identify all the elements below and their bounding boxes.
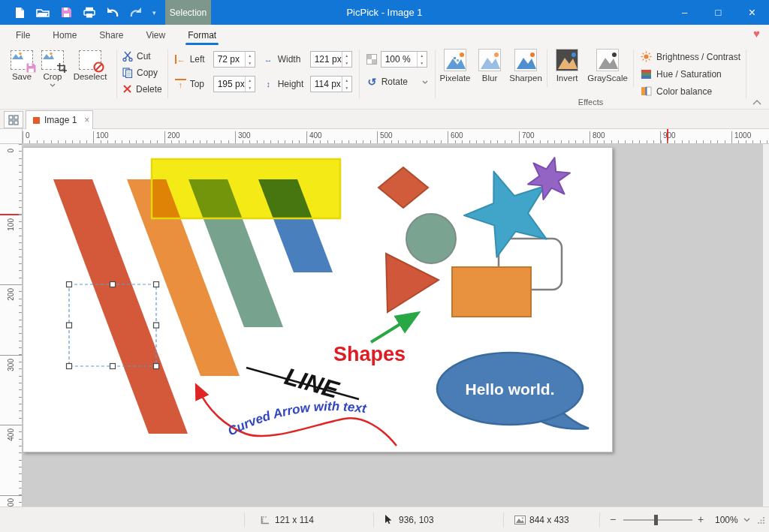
grayscale-button[interactable]: GrayScale — [584, 45, 631, 98]
color-balance-button[interactable]: Color balance — [641, 85, 740, 98]
diamond-shape — [378, 167, 428, 208]
zoom-slider[interactable] — [623, 519, 692, 521]
crop-button[interactable]: Crop — [36, 47, 69, 107]
crop-mark-icon — [57, 63, 67, 73]
selection-handle[interactable] — [67, 282, 72, 287]
effects-group-label: Effects — [438, 98, 743, 109]
tab-format[interactable]: Format — [176, 25, 228, 45]
new-file-icon — [15, 7, 25, 19]
top-label: Top — [190, 79, 210, 89]
tab-home[interactable]: Home — [41, 25, 88, 45]
left-input[interactable]: 72 px ▲▼ — [213, 51, 255, 68]
new-file-button[interactable] — [13, 6, 26, 20]
canvas[interactable]: Shapes LINE Curved Arrow with text Hello… — [23, 147, 613, 452]
sharpen-label: Sharpen — [509, 74, 541, 83]
scale-value: 100 % — [381, 52, 417, 67]
selection-handle[interactable] — [154, 282, 159, 287]
tab-view[interactable]: View — [134, 25, 176, 45]
zoom-level-value[interactable]: 100% — [715, 515, 738, 525]
left-label: Left — [190, 54, 210, 65]
selection-handle[interactable] — [67, 364, 72, 369]
save-file-button[interactable] — [59, 6, 73, 20]
redo-button[interactable] — [129, 6, 143, 20]
tab-file[interactable]: File — [5, 25, 41, 45]
zoom-slider-handle[interactable] — [654, 515, 658, 525]
cursor-position-value: 936, 103 — [399, 515, 434, 525]
width-input[interactable]: 121 px ▲▼ — [310, 51, 352, 68]
image-tab-close-icon[interactable]: × — [84, 115, 89, 125]
cut-button[interactable]: Cut — [122, 50, 162, 62]
invert-icon — [556, 49, 578, 71]
scale-row: 100 % ▲▼ — [366, 51, 428, 68]
left-spin-down[interactable]: ▼ — [246, 59, 255, 67]
selection-size-value: 121 x 114 — [275, 515, 314, 525]
width-spin-up[interactable]: ▲ — [342, 52, 351, 59]
left-spin-up[interactable]: ▲ — [246, 52, 255, 59]
top-spin-up[interactable]: ▲ — [246, 77, 255, 84]
save-selection-button[interactable]: Save — [8, 47, 36, 107]
brightness-contrast-button[interactable]: Brightness / Contrast — [641, 50, 740, 63]
selection-handle[interactable] — [67, 323, 72, 328]
selection-handle[interactable] — [110, 282, 116, 287]
width-spin-down[interactable]: ▼ — [342, 59, 351, 67]
rotate-dropdown-chevron[interactable] — [422, 80, 428, 84]
ruler-corner — [0, 129, 23, 144]
zoom-out-button[interactable]: − — [610, 513, 616, 525]
top-input[interactable]: 195 px ▲▼ — [213, 76, 255, 92]
quick-access-toolbar: ▾ — [0, 6, 156, 20]
close-button[interactable]: × — [735, 0, 769, 25]
top-value: 195 px — [214, 77, 245, 92]
minimize-button[interactable]: – — [668, 0, 701, 25]
height-spin-up[interactable]: ▲ — [342, 77, 351, 84]
blur-icon — [478, 49, 501, 71]
hue-icon — [641, 68, 652, 80]
pixelate-icon — [444, 49, 466, 71]
height-input[interactable]: 114 px ▲▼ — [310, 76, 352, 92]
capture-mode-indicator[interactable]: Selection — [165, 0, 211, 25]
open-file-button[interactable] — [36, 6, 50, 20]
crop-icon — [41, 50, 64, 70]
line-label: LINE — [282, 362, 343, 404]
zoom-in-button[interactable]: + — [698, 513, 704, 525]
hue-saturation-button[interactable]: Hue / Saturation — [641, 68, 740, 80]
ribbon-separator — [746, 50, 746, 98]
vertical-scrollbar[interactable] — [763, 144, 769, 506]
image-size-icon — [514, 515, 526, 524]
heart-icon[interactable]: ♥ — [753, 27, 760, 40]
window-layout-button[interactable] — [4, 111, 23, 128]
top-spin-down[interactable]: ▼ — [246, 84, 255, 92]
sharpen-button[interactable]: Sharpen — [507, 45, 544, 98]
undo-button[interactable] — [106, 6, 119, 20]
delete-button[interactable]: Delete — [122, 83, 162, 95]
tab-image-1[interactable]: Image 1 × — [26, 110, 93, 129]
height-spin-down[interactable]: ▼ — [342, 84, 351, 92]
window-controls: – □ × — [668, 0, 769, 25]
blur-button[interactable]: Blur — [472, 45, 507, 98]
tab-share[interactable]: Share — [88, 25, 134, 45]
zoom-dropdown-chevron[interactable] — [743, 518, 750, 522]
selection-handle[interactable] — [154, 323, 159, 328]
maximize-button[interactable]: □ — [701, 0, 735, 25]
rotate-button[interactable]: ↺ Rotate — [366, 76, 428, 88]
crop-dropdown-chevron[interactable] — [50, 83, 56, 87]
grayscale-label: GrayScale — [587, 74, 628, 83]
scale-spin-down[interactable]: ▼ — [418, 59, 427, 67]
invert-button[interactable]: Invert — [550, 45, 584, 98]
h-ruler-label: 1000 — [731, 131, 751, 143]
collapse-ribbon-chevron[interactable] — [752, 100, 761, 105]
scale-input[interactable]: 100 % ▲▼ — [381, 51, 427, 68]
selection-handle[interactable] — [110, 364, 116, 369]
print-button[interactable] — [83, 6, 96, 20]
copy-label: Copy — [137, 68, 158, 78]
redo-dropdown-caret[interactable]: ▾ — [152, 9, 156, 17]
pixelate-button[interactable]: Pixelate — [438, 45, 472, 98]
deselect-button[interactable]: Deselect — [69, 47, 111, 107]
selection-handle[interactable] — [154, 364, 159, 369]
maximize-icon: □ — [716, 7, 722, 18]
save-label: Save — [12, 72, 32, 81]
scale-spin-up[interactable]: ▲ — [418, 52, 427, 59]
color-balance-icon — [641, 86, 652, 97]
resize-grip[interactable] — [757, 516, 765, 524]
copy-button[interactable]: Copy — [122, 66, 162, 79]
width-value: 121 px — [311, 52, 342, 67]
